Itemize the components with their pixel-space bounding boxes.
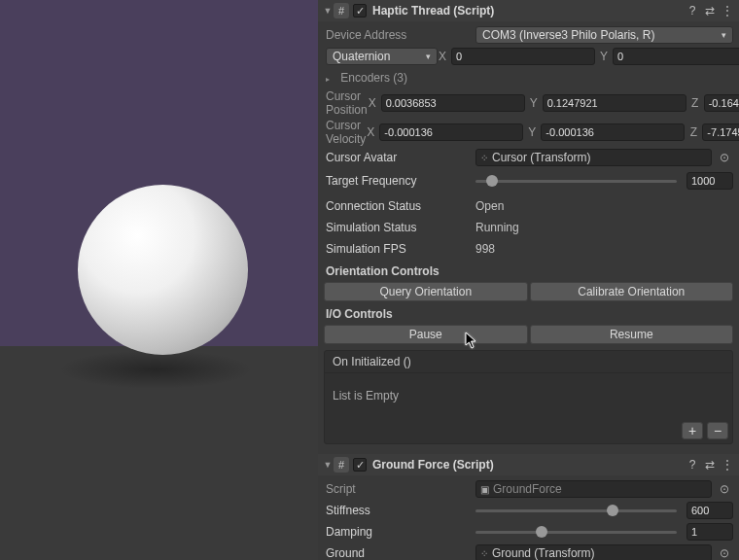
ground-value: Ground (Transform) (492, 546, 595, 560)
object-ref-icon: ⁘ (480, 548, 488, 559)
script-icon: # (334, 3, 349, 18)
slider-handle[interactable] (486, 175, 498, 187)
slider-handle[interactable] (607, 505, 618, 516)
simulation-status-label: Simulation Status (324, 221, 475, 234)
target-frequency-input[interactable] (686, 172, 733, 190)
x-axis-label: X (366, 125, 375, 139)
query-orientation-button[interactable]: Query Orientation (324, 282, 528, 301)
inspector-panel: ▼ # Haptic Thread (Script) ? ⇄ ⋮ Device … (318, 0, 739, 560)
cursor-pos-z-input[interactable] (704, 94, 739, 112)
device-address-dropdown[interactable]: COM3 (Inverse3 Philo Polaris, R) (475, 26, 733, 44)
orientation-mode-value: Quaternion (333, 50, 390, 63)
cursor-vel-z-input[interactable] (702, 123, 739, 141)
script-icon: # (334, 457, 349, 472)
object-ref-icon: ⁘ (480, 153, 488, 163)
event-remove-button[interactable]: − (707, 422, 728, 439)
io-controls-title: I/O Controls (326, 307, 733, 321)
haptic-thread-body: Device Address COM3 (Inverse3 Philo Pola… (318, 21, 739, 448)
stiffness-label: Stiffness (324, 504, 475, 517)
script-value: GroundForce (493, 482, 562, 496)
component-enabled-checkbox[interactable] (353, 4, 367, 18)
target-frequency-slider[interactable] (475, 180, 677, 183)
component-title: Ground Force (Script) (372, 458, 683, 472)
component-title: Haptic Thread (Script) (372, 4, 683, 18)
help-icon[interactable]: ? (685, 4, 700, 18)
ground-label: Ground (324, 546, 475, 560)
stiffness-slider[interactable] (475, 509, 677, 512)
connection-status-value: Open (475, 199, 504, 213)
device-address-label: Device Address (324, 28, 475, 42)
device-address-value: COM3 (Inverse3 Philo Polaris, R) (482, 28, 654, 42)
foldout-arrow-icon[interactable]: ▼ (322, 460, 334, 470)
cursor-pos-x-input[interactable] (381, 94, 525, 112)
x-axis-label: X (438, 50, 447, 63)
stiffness-input[interactable] (686, 502, 733, 519)
ground-field[interactable]: ⁘ Ground (Transform) (475, 544, 712, 560)
ground-force-header[interactable]: ▼ # Ground Force (Script) ? ⇄ ⋮ (318, 454, 739, 475)
calibrate-orientation-button[interactable]: Calibrate Orientation (530, 282, 734, 301)
y-axis-label: Y (529, 96, 539, 110)
damping-input[interactable] (686, 523, 733, 541)
object-picker-icon[interactable]: ⊙ (716, 151, 733, 164)
z-axis-label: Z (690, 96, 700, 110)
damping-label: Damping (324, 525, 475, 539)
event-empty-text: List is Empty (325, 373, 732, 418)
menu-icon[interactable]: ⋮ (720, 458, 735, 472)
cursor-velocity-label: Cursor Velocity (324, 119, 366, 146)
cursor-vel-y-input[interactable] (541, 123, 685, 141)
cursor-vel-x-input[interactable] (379, 123, 523, 141)
x-axis-label: X (368, 96, 377, 110)
z-axis-label: Z (688, 125, 698, 139)
simulation-fps-value: 998 (475, 242, 495, 256)
script-field[interactable]: ▣ GroundForce (475, 480, 712, 498)
orientation-mode-cell: Quaternion (324, 48, 438, 65)
damping-slider[interactable] (475, 531, 677, 534)
event-header: On Initialized () (325, 351, 732, 373)
cursor-avatar-sphere (78, 185, 248, 355)
cursor-avatar-field[interactable]: ⁘ Cursor (Transform) (475, 149, 712, 166)
haptic-thread-header[interactable]: ▼ # Haptic Thread (Script) ? ⇄ ⋮ (318, 0, 739, 21)
orientation-mode-dropdown[interactable]: Quaternion (326, 48, 438, 65)
script-ref-icon: ▣ (480, 484, 489, 495)
cursor-avatar-label: Cursor Avatar (324, 151, 475, 164)
script-label: Script (324, 482, 475, 496)
help-icon[interactable]: ? (685, 458, 700, 472)
slider-handle[interactable] (536, 526, 547, 538)
connection-status-label: Connection Status (324, 199, 475, 213)
quat-y-input[interactable] (613, 48, 739, 65)
target-frequency-label: Target Frequency (324, 174, 475, 188)
resume-button[interactable]: Resume (530, 325, 734, 344)
y-axis-label: Y (599, 50, 609, 63)
foldout-arrow-icon[interactable]: ▼ (322, 6, 334, 16)
menu-icon[interactable]: ⋮ (720, 4, 735, 18)
scene-view[interactable] (0, 0, 318, 560)
component-enabled-checkbox[interactable] (353, 458, 367, 472)
cursor-avatar-value: Cursor (Transform) (492, 151, 591, 164)
encoders-label[interactable]: ▸ Encoders (3) (324, 71, 475, 85)
cursor-position-label: Cursor Position (324, 89, 368, 117)
quat-x-input[interactable] (451, 48, 595, 65)
cursor-pos-y-input[interactable] (543, 94, 686, 112)
object-picker-icon[interactable]: ⊙ (716, 482, 733, 496)
on-initialized-event: On Initialized () List is Empty + − (324, 350, 733, 444)
simulation-fps-label: Simulation FPS (324, 242, 475, 256)
pause-button[interactable]: Pause (324, 325, 528, 344)
preset-icon[interactable]: ⇄ (702, 4, 718, 18)
y-axis-label: Y (527, 125, 537, 139)
event-add-button[interactable]: + (682, 422, 703, 439)
foldout-right-icon: ▸ (326, 75, 335, 84)
object-picker-icon[interactable]: ⊙ (716, 546, 733, 560)
preset-icon[interactable]: ⇄ (702, 458, 718, 472)
sphere-shadow (58, 350, 253, 389)
orientation-controls-title: Orientation Controls (326, 264, 733, 278)
simulation-status-value: Running (475, 221, 519, 234)
ground-force-body: Script ▣ GroundForce ⊙ Stiffness Damping (318, 475, 739, 560)
